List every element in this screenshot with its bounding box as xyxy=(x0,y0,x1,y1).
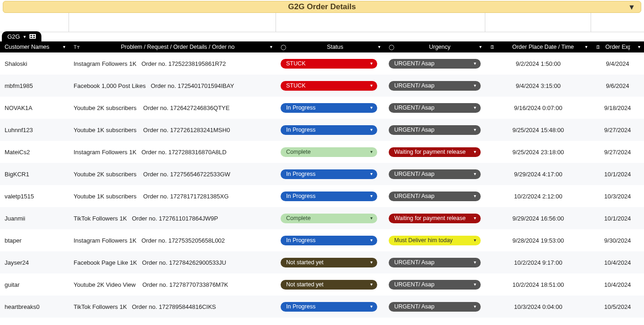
table-row[interactable]: Jayser24Facebook Page Like 1K Order no. … xyxy=(0,251,644,273)
cell-order-date[interactable]: 10/3/2024 0:04:00 xyxy=(485,296,591,318)
table-row[interactable]: ShaloskiInstagram Followers 1K Order no.… xyxy=(0,52,644,75)
col-header-urgency[interactable]: ◯ Urgency ▾ xyxy=(384,41,485,52)
grid-view-icon[interactable] xyxy=(29,34,36,40)
urgency-pill[interactable]: URGENT/ Asap▾ xyxy=(389,280,481,290)
cell-status[interactable]: STUCK▾ xyxy=(276,52,384,75)
urgency-pill[interactable]: URGENT/ Asap▾ xyxy=(389,192,481,201)
urgency-pill[interactable]: URGENT/ Asap▾ xyxy=(389,103,481,113)
cell-urgency[interactable]: Must Deliver him today▾ xyxy=(384,229,485,251)
status-pill[interactable]: In Progress▾ xyxy=(281,169,377,179)
cell-order-expire[interactable]: 10/4/2024 xyxy=(591,251,644,273)
chevron-down-icon[interactable]: ▾ xyxy=(370,193,373,198)
table-row[interactable]: guitarYoutube 2K Video View Order no. 17… xyxy=(0,273,644,296)
urgency-pill[interactable]: Waiting for payment release▾ xyxy=(389,214,481,223)
cell-customer-name[interactable]: Luhnnf123 xyxy=(0,119,69,141)
tab-chevron-down-icon[interactable]: ▾ xyxy=(23,34,26,39)
cell-order-details[interactable]: Facebook Page Like 1K Order no. 17278426… xyxy=(69,251,276,273)
table-row[interactable]: heartbreaks0TikTok Followers 1K Order no… xyxy=(0,296,644,318)
chevron-down-icon[interactable]: ▾ xyxy=(370,282,373,287)
cell-customer-name[interactable]: Jayser24 xyxy=(0,251,69,273)
chevron-down-icon[interactable]: ▾ xyxy=(474,171,476,176)
chevron-down-icon[interactable]: ▾ xyxy=(474,260,476,265)
cell-order-date[interactable]: 10/2/2024 18:51:00 xyxy=(485,273,591,296)
cell-order-expire[interactable]: 9/4/2024 xyxy=(591,52,644,75)
cell-order-details[interactable]: Instagram Followers 1K Order no. 1725223… xyxy=(69,52,276,75)
status-pill[interactable]: Complete▾ xyxy=(281,147,377,157)
cell-order-date[interactable]: 10/2/2024 9:17:00 xyxy=(485,251,591,273)
urgency-pill[interactable]: URGENT/ Asap▾ xyxy=(389,59,481,69)
urgency-pill[interactable]: URGENT/ Asap▾ xyxy=(389,258,481,267)
cell-status[interactable]: Not started yet▾ xyxy=(276,251,384,273)
urgency-pill[interactable]: URGENT/ Asap▾ xyxy=(389,302,481,312)
status-pill[interactable]: In Progress▾ xyxy=(281,302,377,312)
cell-order-date[interactable]: 9/2/2024 1:50:00 xyxy=(485,52,591,75)
cell-order-details[interactable]: Instagram Followers 1K Order no. 1727288… xyxy=(69,141,276,163)
chevron-down-icon[interactable]: ▾ xyxy=(474,61,476,66)
cell-urgency[interactable]: URGENT/ Asap▾ xyxy=(384,97,485,119)
cell-customer-name[interactable]: guitar xyxy=(0,273,69,296)
cell-status[interactable]: Complete▾ xyxy=(276,207,384,229)
chevron-down-icon[interactable]: ▾ xyxy=(63,44,65,49)
table-row[interactable]: valetp1515Youtube 1K subscribers Order n… xyxy=(0,185,644,207)
cell-customer-name[interactable]: heartbreaks0 xyxy=(0,296,69,318)
urgency-pill[interactable]: URGENT/ Asap▾ xyxy=(389,125,481,135)
title-chevron-down-icon[interactable]: ▼ xyxy=(628,3,635,12)
cell-customer-name[interactable]: BigKCR1 xyxy=(0,163,69,185)
view-tab-g2g[interactable]: G2G ▾ xyxy=(2,31,41,41)
cell-urgency[interactable]: URGENT/ Asap▾ xyxy=(384,119,485,141)
chevron-down-icon[interactable]: ▾ xyxy=(370,83,373,88)
status-pill[interactable]: In Progress▾ xyxy=(281,103,377,113)
cell-customer-name[interactable]: Juanmii xyxy=(0,207,69,229)
cell-order-date[interactable]: 10/2/2024 2:12:00 xyxy=(485,185,591,207)
chevron-down-icon[interactable]: ▾ xyxy=(474,238,476,243)
cell-order-expire[interactable]: 9/27/2024 xyxy=(591,119,644,141)
col-header-date[interactable]: 🗓 Order Place Date / Time ▾ xyxy=(485,41,591,52)
cell-order-expire[interactable]: 9/30/2024 xyxy=(591,229,644,251)
cell-order-details[interactable]: Youtube 2K subscribers Order no. 1726427… xyxy=(69,97,276,119)
cell-status[interactable]: In Progress▾ xyxy=(276,185,384,207)
cell-customer-name[interactable]: Shaloski xyxy=(0,52,69,75)
cell-urgency[interactable]: URGENT/ Asap▾ xyxy=(384,296,485,318)
cell-urgency[interactable]: Waiting for payment release▾ xyxy=(384,141,485,163)
status-pill[interactable]: Not started yet▾ xyxy=(281,258,377,267)
chevron-down-icon[interactable]: ▾ xyxy=(370,171,373,176)
cell-urgency[interactable]: URGENT/ Asap▾ xyxy=(384,273,485,296)
cell-order-date[interactable]: 9/25/2024 23:18:00 xyxy=(485,141,591,163)
chevron-down-icon[interactable]: ▾ xyxy=(370,304,373,309)
cell-status[interactable]: In Progress▾ xyxy=(276,97,384,119)
cell-order-expire[interactable]: 9/27/2024 xyxy=(591,141,644,163)
chevron-down-icon[interactable]: ▾ xyxy=(370,105,373,110)
status-pill[interactable]: In Progress▾ xyxy=(281,125,377,135)
chevron-down-icon[interactable]: ▾ xyxy=(474,83,476,88)
cell-customer-name[interactable]: valetp1515 xyxy=(0,185,69,207)
cell-customer-name[interactable]: mbfm1985 xyxy=(0,75,69,97)
status-pill[interactable]: STUCK▾ xyxy=(281,81,377,91)
chevron-down-icon[interactable]: ▾ xyxy=(370,215,373,221)
table-row[interactable]: btaperInstagram Followers 1K Order no. 1… xyxy=(0,229,644,251)
urgency-pill[interactable]: Waiting for payment release▾ xyxy=(389,147,481,157)
col-header-expire[interactable]: 🗓 Order Expire ▾ xyxy=(591,41,644,52)
chevron-down-icon[interactable]: ▾ xyxy=(474,149,476,154)
cell-urgency[interactable]: URGENT/ Asap▾ xyxy=(384,251,485,273)
col-header-details[interactable]: Tᴛ Problem / Request / Order Details / O… xyxy=(69,41,276,52)
cell-order-details[interactable]: Youtube 2K Video View Order no. 17278770… xyxy=(69,273,276,296)
chevron-down-icon[interactable]: ▾ xyxy=(638,44,640,49)
cell-order-date[interactable]: 9/16/2024 0:07:00 xyxy=(485,97,591,119)
cell-order-details[interactable]: Youtube 1K subscribers Order no. 1727261… xyxy=(69,119,276,141)
chevron-down-icon[interactable]: ▾ xyxy=(474,215,476,221)
cell-order-date[interactable]: 9/25/2024 15:48:00 xyxy=(485,119,591,141)
cell-status[interactable]: In Progress▾ xyxy=(276,296,384,318)
table-row[interactable]: MateiCs2Instagram Followers 1K Order no.… xyxy=(0,141,644,163)
title-bar[interactable]: G2G Order Details ▼ xyxy=(3,1,641,13)
urgency-pill[interactable]: URGENT/ Asap▾ xyxy=(389,81,481,91)
cell-urgency[interactable]: URGENT/ Asap▾ xyxy=(384,52,485,75)
cell-customer-name[interactable]: MateiCs2 xyxy=(0,141,69,163)
cell-status[interactable]: Not started yet▾ xyxy=(276,273,384,296)
urgency-pill[interactable]: URGENT/ Asap▾ xyxy=(389,169,481,179)
cell-order-details[interactable]: Facebook 1,000 Post Likes Order no. 1725… xyxy=(69,75,276,97)
cell-status[interactable]: STUCK▾ xyxy=(276,75,384,97)
status-pill[interactable]: In Progress▾ xyxy=(281,236,377,245)
chevron-down-icon[interactable]: ▾ xyxy=(474,282,476,287)
cell-customer-name[interactable]: NOVAK1A xyxy=(0,97,69,119)
chevron-down-icon[interactable]: ▾ xyxy=(474,127,476,132)
